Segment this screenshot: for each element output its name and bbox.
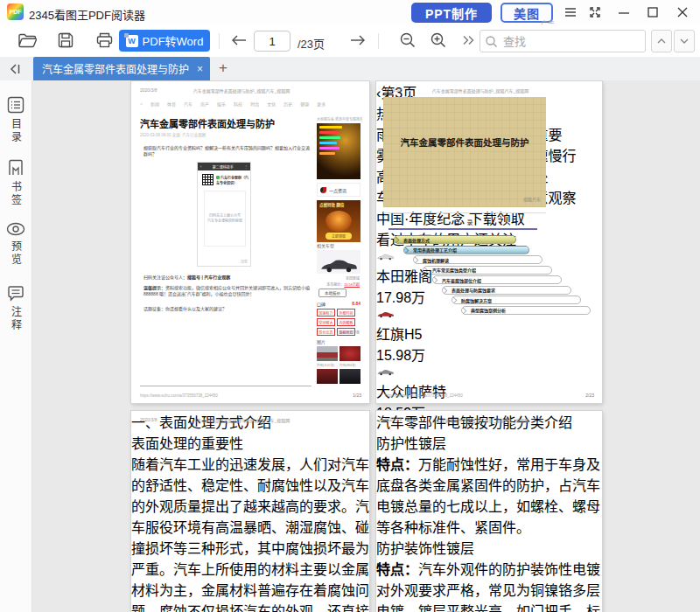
search-input[interactable]	[501, 34, 640, 49]
pic-caption: 内饰(886张)	[340, 363, 356, 367]
article-nav-row: ⌂ 新闻体育汽车 房产娱乐科技 时尚文化历史 健康更多	[140, 101, 341, 107]
importance-badge: 表面处理的重要性	[131, 432, 369, 453]
toc-banner: 表面处理方式	[394, 235, 516, 244]
tab-close-icon[interactable]: ×	[195, 63, 205, 75]
sidebar-item-annotations[interactable]: 注释	[0, 285, 32, 332]
toolbar-separator	[378, 33, 379, 49]
sidebar-label-toc: 目录	[9, 118, 24, 144]
toolbar-separator	[219, 33, 220, 49]
article-tip-paragraph: 温馨提示：资料搜索功能，微信搜索相应公众号并回复关键词即可进入，别忘记给小编 8…	[144, 284, 312, 296]
slide-cover-title: 汽车金属零部件表面处理与防护	[383, 136, 546, 149]
eye-icon	[6, 222, 25, 236]
toc-icon	[7, 96, 24, 114]
tab-title: 汽车金属零部件表面处理与防护	[42, 61, 192, 76]
car-price-line: 本市报价：11.59万起	[326, 282, 360, 287]
car-thumbnail	[317, 346, 338, 361]
bookmark-icon	[7, 159, 24, 177]
wechat-load-more: …加载	[237, 259, 248, 264]
toc-banner: 汽车易腐蚀部位介绍	[432, 275, 562, 284]
search-icon	[486, 36, 497, 47]
page-number-input[interactable]	[254, 31, 290, 52]
sidebar-header: 大家都在看 新游年度专题推荐	[317, 116, 362, 122]
article-follow-line: 扫码关注该公众号人：搜狐号 | 汽车行业观察	[144, 274, 310, 280]
page2-number: 2/23	[585, 393, 594, 398]
ppt-make-button[interactable]: PPT制作	[411, 3, 492, 23]
ad-creature-image	[326, 211, 352, 232]
car-name: 本田思域	[346, 275, 360, 281]
toc-banner: 防腐蚀解决方案	[452, 296, 581, 304]
sidebar-item-preview[interactable]: 预览	[0, 222, 32, 267]
zoom-out-icon[interactable]	[398, 31, 417, 50]
news-logo-text: 一点资讯	[329, 187, 346, 193]
search-box[interactable]	[480, 30, 646, 52]
pdf-to-word-label: PDF转Word	[143, 32, 204, 49]
zoom-in-icon[interactable]	[429, 31, 448, 50]
toc-banner: 典型腐蚀案例分析	[461, 306, 591, 315]
qr-code	[202, 174, 214, 185]
collapse-tabs-icon[interactable]	[7, 61, 23, 77]
toc-banner: 腐蚀机理解读	[413, 255, 542, 264]
window-title: 2345看图王PDF阅读器	[29, 6, 145, 23]
toolbar: W PDF转Word /23页	[0, 24, 700, 57]
car-card: 红旗H5 15.98万	[376, 307, 602, 365]
next-page-icon[interactable]	[348, 31, 368, 50]
article-byline: 2020-03-08 08:00 来源: 汽车行业观察	[140, 132, 206, 137]
toc-title: 目 录	[383, 218, 546, 226]
wechat-account-name: 汽车行业观察（汽车专业知识）	[216, 175, 249, 185]
fullscreen-icon[interactable]	[587, 4, 603, 20]
plating-circle: 防护性镀层	[376, 432, 602, 453]
wechat-titlebar: ‹ 第二课科技手 ⋮	[198, 163, 250, 170]
sidebar-item-toc[interactable]: 目录	[0, 96, 32, 144]
save-icon[interactable]	[56, 31, 75, 50]
gold-game-ad	[317, 123, 360, 179]
new-tab-button[interactable]: +	[219, 59, 228, 77]
car-thumbnail	[340, 346, 360, 361]
toc-banner: 常用表面处理工艺介绍	[403, 246, 529, 254]
article-sidebar: 大家都在看 新游年度专题推荐 一点资讯 点燃特效 翻倍 立即领取 相关车型	[315, 81, 362, 403]
gold-game-ad-2: 点燃特效 翻倍 立即领取	[317, 200, 360, 242]
page1-source-url: https://www.sohu.com/a/373556738_224450	[140, 393, 218, 398]
more-tools-icon[interactable]	[458, 31, 478, 50]
meitu-button[interactable]: 美图 广告	[500, 3, 553, 23]
tab-bar: 汽车金属零部件表面处理与防护 × +	[0, 57, 700, 80]
plating-circle: 防护装饰性镀层	[376, 537, 602, 558]
news-logo-box: 一点资讯	[317, 183, 360, 197]
slide-cover: 汽车金属零部件表面处理与防护 搜狐汽车	[383, 97, 546, 207]
pdf-page-2: 2020/3/8 汽车金属零部件表面处理与防护_搜狐汽车_搜狐网 汽车金属零部件…	[376, 81, 602, 403]
find-previous-button[interactable]	[651, 30, 672, 52]
page2-source-url: https://www.sohu.com/a/373556738_224450	[385, 393, 463, 398]
pdf-page-1: 2020/3/8 汽车金属零部件表面处理与防护_搜狐汽车_搜狐网 ⌂ 新闻体育汽…	[131, 81, 369, 403]
car-thumbnail	[340, 369, 360, 384]
print-icon[interactable]	[94, 31, 114, 50]
related-cars-header: 相关车型	[317, 242, 334, 248]
comment-icon	[7, 285, 24, 302]
slide-brand: 搜狐汽车	[523, 196, 541, 202]
sidebar-item-bookmarks[interactable]: 书签	[0, 159, 32, 207]
minimize-button[interactable]	[616, 4, 632, 20]
wechat-message-card: 扫码关注上面公众号 汽车专业课程资料获取	[204, 191, 246, 247]
pdf-to-word-button[interactable]: W PDF转Word	[119, 30, 210, 52]
tab-document[interactable]: 汽车金属零部件表面处理与防护 ×	[33, 57, 210, 80]
page-total-label: /23页	[298, 35, 325, 52]
koubei-row: 口碑8.84	[317, 301, 360, 307]
car-photo	[317, 250, 360, 274]
maximize-button[interactable]	[645, 4, 661, 20]
car-thumbnail	[317, 369, 338, 384]
article-divider	[140, 386, 312, 386]
prev-page-icon[interactable]	[229, 31, 248, 50]
plating-type-row: 防护装饰性镀层 特点：汽车外观件的防护装饰性电镀对外观要求严格，常见为铜镍铬多层…	[376, 537, 602, 612]
wechat-screenshot: ‹ 第二课科技手 ⋮ 汽车行业观察（汽车专业知识） 扫码关注上面公众号 汽车专业…	[197, 162, 251, 267]
menu-icon[interactable]	[563, 4, 578, 20]
toc-banner: 汽车常见腐蚀类型介绍	[423, 266, 552, 275]
toc-underline	[388, 228, 537, 230]
open-file-icon[interactable]	[18, 31, 37, 50]
find-next-button[interactable]	[674, 30, 695, 52]
close-button[interactable]	[675, 4, 690, 20]
pdf-page-3: 2020/3/8 汽车金属零部件表面处理与防护_搜狐汽车_搜狐网 一、表面处理方…	[131, 411, 369, 612]
ad-claim-button: 立即领取	[326, 233, 352, 240]
more-impressions-link: 查看网友印象	[339, 330, 360, 335]
article-paragraph: 想获取汽车行业的专业资料吗？想解决一些有关汽车压铸的问题吗？想要加入行业交流群吗…	[144, 144, 310, 156]
slide-paragraph: 随着汽车工业的迅速发展，人们对汽车的舒适性、稳定性、耐腐蚀性以及汽车的外观质量提…	[131, 453, 369, 612]
ad-headline: 点燃特效 翻倍	[319, 202, 344, 207]
title-bar: PDF 2345看图王PDF阅读器 PPT制作 美图 广告	[0, 0, 700, 24]
